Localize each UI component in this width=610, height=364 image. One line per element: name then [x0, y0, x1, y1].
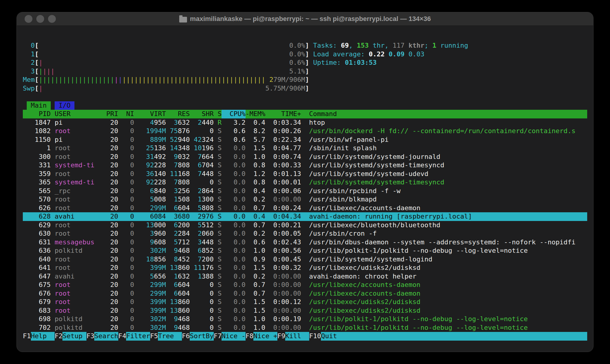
- meter-bar: 0.0%: [39, 50, 305, 59]
- text-segment: 675: [39, 281, 51, 288]
- text-segment: 876: [178, 127, 190, 135]
- column-header-res[interactable]: RES: [166, 110, 190, 118]
- column-header-mem[interactable]: -MEM%: [246, 110, 265, 118]
- text-segment: 324: [202, 136, 214, 143]
- process-row[interactable]: 675root200299M66040S0.00.70:00.00/usr/li…: [23, 281, 587, 289]
- text-segment: 300: [39, 153, 51, 160]
- process-row[interactable]: 1150pi200889M5294042324S0.65.70:22.34/us…: [23, 136, 587, 144]
- text-segment: ,: [349, 41, 357, 50]
- column-header-time[interactable]: TIME+: [265, 110, 301, 118]
- column-header-shr[interactable]: SHR: [190, 110, 213, 118]
- column-header-s[interactable]: S: [214, 110, 222, 118]
- cell-res: 2284: [166, 229, 190, 238]
- process-row[interactable]: 331systemd-ti2009222878086704S0.00.80:00…: [23, 161, 587, 170]
- column-header-user[interactable]: USER: [51, 110, 98, 118]
- text-segment: S: [218, 161, 222, 169]
- fnlabel-search[interactable]: Search: [94, 332, 118, 341]
- meter-open-bracket: [: [35, 76, 39, 84]
- fnlabel-filter[interactable]: Filter: [126, 332, 150, 341]
- process-row[interactable]: 1082root2001994M758760S0.68.20:00.26/usr…: [23, 127, 587, 136]
- process-row[interactable]: 626root200299M66045808S0.00.70:00.24/usr…: [23, 204, 587, 213]
- fnlabel-help[interactable]: Help: [31, 332, 55, 341]
- fnlabel-quit[interactable]: Quit: [321, 332, 587, 341]
- text-segment: root: [55, 170, 71, 178]
- process-row[interactable]: 1root200251361434810196S0.01.50:04.77/sb…: [23, 144, 587, 153]
- tab-io[interactable]: I/O: [55, 101, 74, 110]
- cell-mem: 0.9: [246, 255, 265, 264]
- process-row[interactable]: 636polkitd200302M94686852S0.01.00:00.56/…: [23, 246, 587, 255]
- process-row[interactable]: 359root20036140111687448S0.01.20:01.13/u…: [23, 170, 587, 178]
- process-row[interactable]: 683root200399M138600S0.01.50:00.00/usr/l…: [23, 306, 587, 315]
- column-header-ni[interactable]: NI: [118, 110, 134, 118]
- text-segment: 5: [150, 273, 154, 280]
- fnlabel-tree[interactable]: Tree: [158, 332, 182, 341]
- process-row[interactable]: 698polkitd200302M94680S0.01.00:00.19/usr…: [23, 315, 587, 324]
- cell-pid: 359: [23, 170, 51, 178]
- fnlabel-kill[interactable]: Kill: [285, 332, 309, 341]
- column-header-pid[interactable]: PID: [23, 110, 51, 118]
- text-segment: 302M: [150, 324, 166, 331]
- process-row[interactable]: 629root2001300062005512S0.00.70:00.21/us…: [23, 221, 587, 230]
- text-segment: 0: [130, 153, 134, 160]
- text-segment: 20: [110, 264, 118, 271]
- close-button[interactable]: [25, 15, 32, 23]
- fnlabel-setup[interactable]: Setup: [62, 332, 86, 341]
- process-row[interactable]: 365systemd-ti2009222878080S0.00.80:00.01…: [23, 178, 587, 187]
- fnkey-f2[interactable]: F2: [55, 332, 63, 341]
- text-segment: 3: [174, 187, 178, 195]
- process-row[interactable]: 676root200299M66040S0.00.70:00.00/usr/li…: [23, 289, 587, 298]
- text-segment: 626: [39, 204, 51, 212]
- process-row[interactable]: 640root2001885684527200S0.00.90:00.45/us…: [23, 255, 587, 264]
- fnkey-f7[interactable]: F7: [214, 332, 222, 341]
- fnkey-f10[interactable]: F10: [309, 332, 321, 341]
- text-segment: S: [218, 290, 222, 297]
- text-segment: root: [55, 144, 71, 152]
- process-row[interactable]: 679root200399M138600S0.01.50:00.12/usr/l…: [23, 298, 587, 306]
- tab-main[interactable]: Main: [27, 101, 50, 110]
- process-row[interactable]: 565_rpc200684032562864S0.00.40:00.06/usr…: [23, 187, 587, 195]
- cell-res: 13860: [166, 298, 190, 306]
- fnlabel-sortby[interactable]: SortBy: [190, 332, 213, 341]
- process-row[interactable]: 1847pi200495636322440R3.20.40:03.34htop: [23, 118, 587, 127]
- column-header-pri[interactable]: PRI: [98, 110, 118, 118]
- zoom-button[interactable]: [48, 15, 56, 23]
- fnlabel-nice-[interactable]: Nice -: [222, 332, 245, 341]
- fnlabel-nice+[interactable]: Nice +: [253, 332, 277, 341]
- fnkey-f6[interactable]: F6: [182, 332, 190, 341]
- text-segment: 1: [198, 273, 202, 280]
- text-segment: 492: [154, 153, 166, 160]
- fnkey-f8[interactable]: F8: [246, 332, 254, 341]
- minimize-button[interactable]: [36, 15, 44, 23]
- text-segment: |: [118, 76, 122, 83]
- cell-ni: 0: [118, 238, 134, 247]
- column-header-cpu[interactable]: CPU%: [222, 110, 245, 118]
- text-segment: 852: [202, 247, 214, 254]
- column-header-cmd[interactable]: Command: [301, 110, 587, 118]
- process-row[interactable]: 570root200500815081300S0.00.20:00.00/usr…: [23, 195, 587, 204]
- load-average: Load average: 0.22 0.09 0.03: [313, 50, 424, 59]
- column-header-virt[interactable]: VIRT: [134, 110, 166, 118]
- process-row[interactable]: 647avahi200565616321388S0.00.20:00.00ava…: [23, 272, 587, 281]
- process-row[interactable]: 631messagebus200960857123448S0.00.60:02.…: [23, 238, 587, 247]
- text-segment: 0.0: [234, 247, 246, 254]
- text-segment: 632: [178, 273, 190, 280]
- text-segment: 0: [130, 204, 134, 212]
- fnkey-f5[interactable]: F5: [150, 332, 158, 341]
- text-segment: 0.7: [253, 204, 265, 212]
- process-row[interactable]: 628avahi200608436802976S0.00.40:04.34ava…: [23, 212, 587, 221]
- cell-cmd: /usr/sbin/cron -f: [301, 229, 587, 238]
- fnkey-f3[interactable]: F3: [86, 332, 95, 341]
- process-row[interactable]: 300root2003149290327664S0.01.00:00.74/us…: [23, 153, 587, 161]
- cell-pid: 636: [23, 246, 51, 255]
- cell-user: root: [51, 195, 98, 204]
- process-row[interactable]: 630root200396022842060S0.00.20:00.05/usr…: [23, 229, 587, 238]
- text-segment: 388: [202, 273, 214, 280]
- fnkey-f9[interactable]: F9: [277, 332, 285, 341]
- fnkey-f4[interactable]: F4: [118, 332, 126, 341]
- process-row[interactable]: 702polkitd200302M94680S0.01.00:00.00/usr…: [23, 324, 587, 332]
- cell-cmd: /usr/sbin/blkmapd: [301, 195, 587, 204]
- text-segment: 0:00.00: [273, 307, 301, 314]
- cell-ni: 0: [118, 281, 134, 289]
- process-row[interactable]: 641root200399M1386011176S0.01.50:00.32/u…: [23, 264, 587, 272]
- fnkey-f1[interactable]: F1: [23, 332, 31, 341]
